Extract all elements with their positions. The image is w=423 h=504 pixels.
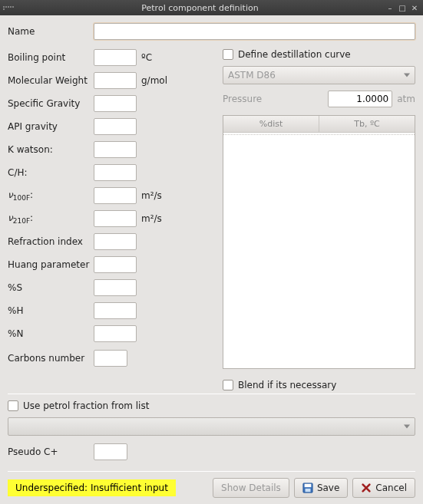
c-h-input[interactable] bbox=[94, 164, 137, 181]
footer: Underspecified: Insufficient input Show … bbox=[8, 478, 415, 498]
cancel-icon bbox=[361, 483, 372, 493]
pressure-label: Pressure bbox=[223, 94, 278, 104]
molecular-weight-unit: g/mol bbox=[141, 75, 167, 86]
pct-h-input[interactable] bbox=[94, 302, 137, 319]
v100f-input[interactable] bbox=[94, 187, 137, 204]
define-curve-checkbox[interactable] bbox=[223, 49, 233, 60]
name-label: Name bbox=[8, 26, 94, 37]
separator bbox=[8, 471, 415, 472]
pressure-unit: atm bbox=[397, 94, 415, 104]
v100f-unit: m²/s bbox=[141, 190, 162, 201]
carbons-number-label: Carbons number bbox=[8, 353, 94, 364]
pct-n-input[interactable] bbox=[94, 325, 137, 342]
fraction-list-select[interactable] bbox=[8, 417, 415, 436]
name-input[interactable] bbox=[94, 23, 415, 40]
pseudo-c-label: Pseudo C+ bbox=[8, 446, 94, 457]
minimize-button[interactable]: – bbox=[385, 2, 395, 13]
svg-rect-2 bbox=[305, 489, 310, 492]
svg-rect-1 bbox=[305, 484, 312, 487]
huang-parameter-label: Huang parameter bbox=[8, 259, 94, 270]
grid-body[interactable] bbox=[223, 134, 415, 368]
define-curve-label: Define destillation curve bbox=[238, 49, 351, 60]
save-button[interactable]: Save bbox=[294, 478, 348, 498]
api-gravity-input[interactable] bbox=[94, 118, 137, 135]
refraction-index-input[interactable] bbox=[94, 233, 137, 250]
blend-checkbox[interactable] bbox=[223, 380, 233, 390]
huang-parameter-input[interactable] bbox=[94, 256, 137, 273]
close-button[interactable]: ✕ bbox=[409, 2, 420, 13]
window-grip-icon bbox=[3, 6, 14, 10]
use-fraction-checkbox[interactable] bbox=[8, 400, 18, 411]
grid-header-dist[interactable]: %dist bbox=[223, 116, 319, 133]
v210f-unit: m²/s bbox=[141, 213, 162, 224]
pct-n-label: %N bbox=[8, 328, 94, 339]
cancel-button[interactable]: Cancel bbox=[352, 478, 415, 498]
specific-gravity-input[interactable] bbox=[94, 95, 137, 112]
boiling-point-unit: ºC bbox=[141, 52, 152, 63]
grid-header-tb[interactable]: Tb, ºC bbox=[319, 116, 415, 133]
pressure-input[interactable] bbox=[328, 91, 392, 107]
dialog-body: Name Boiling point ºC Molecular Weight g… bbox=[0, 15, 423, 504]
pct-s-label: %S bbox=[8, 282, 94, 293]
distillation-method-value: ASTM D86 bbox=[228, 70, 276, 81]
api-gravity-label: API gravity bbox=[8, 121, 94, 132]
k-watson-label: K watson: bbox=[8, 144, 94, 155]
boiling-point-label: Boiling point bbox=[8, 52, 94, 63]
v210f-input[interactable] bbox=[94, 210, 137, 227]
properties-column: Boiling point ºC Molecular Weight g/mol … bbox=[8, 49, 209, 390]
status-message: Underspecified: Insufficient input bbox=[8, 479, 176, 496]
distillation-column: Define destillation curve ASTM D86 Press… bbox=[223, 49, 415, 390]
blend-label: Blend if its necessary bbox=[238, 380, 336, 390]
save-icon bbox=[302, 483, 313, 493]
refraction-index-label: Refraction index bbox=[8, 236, 94, 247]
distillation-grid: %dist Tb, ºC bbox=[223, 115, 415, 369]
show-details-button[interactable]: Show Details bbox=[213, 478, 289, 498]
molecular-weight-label: Molecular Weight bbox=[8, 75, 94, 86]
c-h-label: C/H: bbox=[8, 167, 94, 178]
boiling-point-input[interactable] bbox=[94, 49, 137, 66]
v100f-label: ν100F: bbox=[8, 189, 94, 202]
pct-s-input[interactable] bbox=[94, 279, 137, 296]
chevron-down-icon bbox=[404, 425, 410, 429]
window-title: Petrol component definition bbox=[17, 3, 383, 13]
use-fraction-label: Use petrol fraction from list bbox=[23, 400, 149, 411]
separator bbox=[8, 394, 415, 394]
titlebar: Petrol component definition – □ ✕ bbox=[0, 0, 423, 15]
k-watson-input[interactable] bbox=[94, 141, 137, 158]
pseudo-c-input[interactable] bbox=[94, 443, 127, 460]
distillation-method-select[interactable]: ASTM D86 bbox=[223, 66, 415, 84]
carbons-number-input[interactable] bbox=[94, 350, 127, 367]
molecular-weight-input[interactable] bbox=[94, 72, 137, 89]
chevron-down-icon bbox=[404, 74, 410, 77]
pct-h-label: %H bbox=[8, 305, 94, 316]
v210f-label: ν210F: bbox=[8, 212, 94, 225]
maximize-button[interactable]: □ bbox=[397, 2, 408, 13]
specific-gravity-label: Specific Gravity bbox=[8, 98, 94, 109]
